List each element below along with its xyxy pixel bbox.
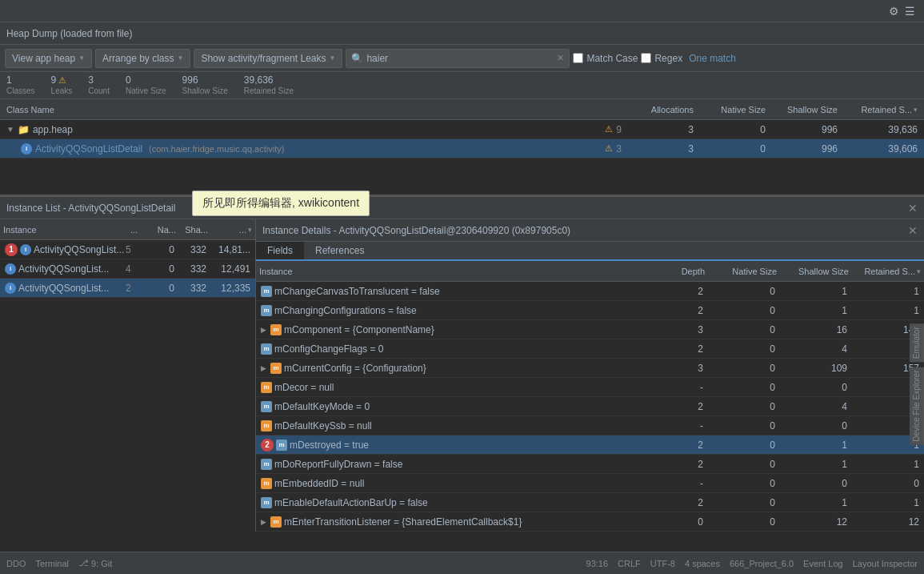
row1-expand[interactable]: ▼	[6, 125, 14, 134]
instance-panel: Instance List - ActivityQQSongListDetail…	[0, 195, 924, 532]
inst3-instance: i ActivityQQSongList...	[3, 283, 124, 294]
layout-inspector-status[interactable]: Layout Inspector	[853, 559, 918, 568]
det3-shallow: 16	[777, 324, 849, 335]
inst3-sha: 332	[176, 283, 208, 294]
det5-icon: m	[270, 363, 282, 374]
tab-fields[interactable]: Fields	[256, 242, 304, 261]
det11-shallow: 0	[777, 478, 849, 489]
view-app-heap-dropdown[interactable]: View app heap ▼	[5, 49, 92, 68]
detail-row[interactable]: m mDefaultKeyMode = 0 2 0 4 4	[256, 397, 924, 416]
show-leaks-arrow: ▼	[329, 54, 335, 62]
det10-shallow: 1	[777, 459, 849, 470]
detail-row[interactable]: 2 m mDestroyed = true 2 0 1 1	[256, 436, 924, 455]
instance-panel-close[interactable]: ✕	[908, 202, 918, 215]
match-case-text: Match Case	[586, 53, 638, 64]
shallow-size-value: 996	[182, 74, 198, 86]
position-status: 93:16	[586, 559, 609, 568]
status-left: DDO Terminal ⎇ 9: Git	[6, 558, 112, 568]
det9-native: 0	[705, 440, 777, 451]
search-input[interactable]	[366, 53, 554, 64]
arrange-by-class-dropdown[interactable]: Arrange by class ▼	[95, 49, 190, 68]
status-right: 93:16 CRLF UTF-8 4 spaces 666_Project_6.…	[586, 559, 918, 568]
instance-row[interactable]: i ActivityQQSongList... 2 0 332 12,335	[0, 279, 255, 298]
det2-shallow: 1	[777, 305, 849, 316]
native-size-header: Native Size	[697, 105, 769, 114]
inst-sort-icon: ▾	[248, 226, 252, 234]
leaks-value: 9	[51, 74, 57, 86]
match-case-checkbox[interactable]	[573, 53, 583, 63]
instance-panel-header: Instance List - ActivityQQSongListDetail…	[0, 197, 924, 219]
det-shallow-header: Shallow Size	[780, 267, 852, 276]
regex-checkbox[interactable]	[641, 53, 651, 63]
inst1-na: 0	[148, 244, 176, 255]
arrange-by-class-label: Arrange by class	[102, 53, 174, 64]
inst1-dots: 5	[124, 244, 148, 255]
event-log-status[interactable]: Event Log	[803, 559, 843, 568]
indent-status: 4 spaces	[685, 559, 720, 568]
row2-class-name: i ActivityQQSongListDetail (com.haier.fr…	[3, 143, 625, 155]
table-row[interactable]: ▼ 📁 app.heap ⚠ 9 3 0 996 39,636	[0, 120, 924, 139]
detail-row[interactable]: ▶ m mComponent = {ComponentName} 3 0 16 …	[256, 320, 924, 339]
inst2-na: 0	[148, 263, 176, 275]
inst-instance-header: Instance	[0, 225, 127, 235]
det3-expand[interactable]: ▶	[261, 326, 266, 334]
row1-warn-icon: ⚠	[605, 124, 613, 134]
detail-row[interactable]: m mChangeCanvasToTranslucent = false 2 0…	[256, 282, 924, 301]
settings-icon[interactable]: ⚙	[886, 3, 902, 19]
menu-icon[interactable]: ☰	[902, 3, 918, 19]
detail-row[interactable]: m mDefaultKeySsb = null - 0 0 0	[256, 416, 924, 436]
det13-depth: 0	[657, 516, 705, 528]
main-table-area: Class Name Allocations Native Size Shall…	[0, 99, 924, 195]
inst3-dots: 2	[124, 283, 148, 294]
inst2-dots: 4	[124, 263, 148, 275]
row1-folder-icon: 📁	[18, 124, 30, 135]
inst2-instance: i ActivityQQSongList...	[3, 263, 124, 275]
det6-shallow: 0	[777, 382, 849, 393]
det7-depth: 2	[657, 401, 705, 412]
det5-native: 0	[705, 363, 777, 374]
native-size-label: Native Size	[126, 86, 166, 96]
shallow-size-header: Shallow Size	[769, 105, 841, 114]
detail-row[interactable]: m mEmbeddedID = null - 0 0 0	[256, 474, 924, 493]
det13-expand[interactable]: ▶	[261, 518, 266, 526]
detail-row[interactable]: ▶ m mCurrentConfig = {Configuration} 3 0…	[256, 359, 924, 378]
det5-instance: ▶ m mCurrentConfig = {Configuration}	[259, 363, 657, 374]
main-table-header: Class Name Allocations Native Size Shall…	[0, 99, 924, 120]
one-match-label: One match	[689, 53, 736, 64]
det2-native: 0	[705, 305, 777, 316]
det3-icon: m	[270, 324, 282, 335]
detail-row[interactable]: m mDecor = null - 0 0 0	[256, 378, 924, 397]
device-file-explorer-tab[interactable]: Device File Explorer	[910, 367, 924, 444]
emulator-tab[interactable]: Emulator	[910, 323, 924, 362]
instance-row[interactable]: i ActivityQQSongList... 4 0 332 12,491	[0, 259, 255, 279]
det7-shallow: 4	[777, 401, 849, 412]
det2-retained: 1	[849, 305, 921, 316]
det13-native: 0	[705, 516, 777, 528]
show-leaks-dropdown[interactable]: Show activity/fragment Leaks ▼	[194, 49, 342, 68]
terminal-status[interactable]: Terminal	[35, 559, 69, 568]
details-close-button[interactable]: ✕	[908, 224, 918, 237]
det12-depth: 2	[657, 497, 705, 508]
det-depth-header: Depth	[660, 267, 708, 276]
detail-row[interactable]: m mConfigChangeFlags = 0 2 0 4 4	[256, 339, 924, 359]
show-leaks-label: Show activity/fragment Leaks	[201, 53, 326, 64]
detail-row[interactable]: ▶ m mEnterTransitionListener = {SharedEl…	[256, 512, 924, 532]
search-clear-button[interactable]: ✕	[557, 53, 564, 63]
row1-native: 0	[697, 124, 769, 135]
detail-row[interactable]: m mChangingConfigurations = false 2 0 1 …	[256, 301, 924, 320]
inst1-instance: 1 i ActivityQQSongList...	[3, 243, 124, 256]
tab-references[interactable]: References	[304, 242, 375, 261]
git-status[interactable]: ⎇ 9: Git	[78, 558, 112, 568]
det10-icon: m	[261, 459, 272, 470]
heap-dump-title: Heap Dump (loaded from file)	[6, 28, 132, 39]
instance-row[interactable]: 1 i ActivityQQSongList... 5 0 332 14,81.…	[0, 240, 255, 259]
detail-row[interactable]: m mDoReportFullyDrawn = false 2 0 1 1	[256, 455, 924, 474]
det10-native: 0	[705, 459, 777, 470]
panel-body: Instance ... Na... Sha... ... ▾ 1 i Acti…	[0, 219, 924, 532]
detail-row[interactable]: m mEnableDefaultActionBarUp = false 2 0 …	[256, 493, 924, 512]
table-row[interactable]: i ActivityQQSongListDetail (com.haier.fr…	[0, 139, 924, 159]
ddo-status[interactable]: DDO	[6, 559, 26, 568]
det5-expand[interactable]: ▶	[261, 364, 266, 372]
classes-label: Classes	[6, 86, 35, 96]
classes-stat: 1 Classes	[6, 74, 35, 95]
